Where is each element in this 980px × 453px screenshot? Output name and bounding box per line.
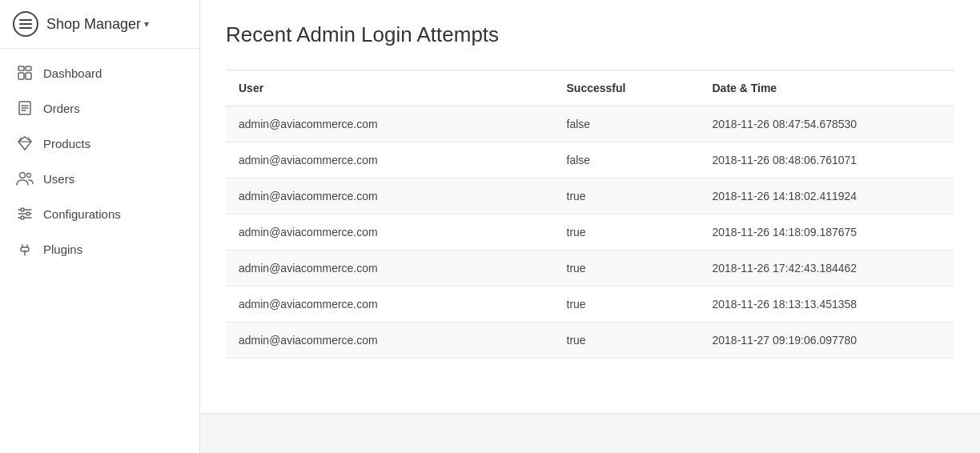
table-row: admin@aviacommerce.comtrue2018-11-26 17:… bbox=[226, 251, 954, 287]
cell-user: admin@aviacommerce.com bbox=[226, 214, 554, 251]
cell-datetime: 2018-11-26 17:42:43.184462 bbox=[700, 251, 955, 287]
cell-successful: false bbox=[554, 106, 700, 142]
sidebar-nav: Dashboard Orders bbox=[0, 49, 199, 453]
sidebar-item-plugins[interactable]: Plugins bbox=[0, 231, 199, 267]
main-content: Recent Admin Login Attempts User Success… bbox=[200, 0, 980, 381]
page-title: Recent Admin Login Attempts bbox=[226, 22, 954, 47]
table-row: admin@aviacommerce.comtrue2018-11-26 14:… bbox=[226, 214, 954, 251]
users-icon bbox=[16, 170, 34, 187]
login-attempts-table: User Successful Date & Time admin@aviaco… bbox=[226, 70, 954, 359]
cell-successful: false bbox=[554, 142, 700, 178]
sidebar-item-configurations[interactable]: Configurations bbox=[0, 196, 199, 231]
svg-point-23 bbox=[21, 216, 24, 219]
cell-datetime: 2018-11-26 08:48:06.761071 bbox=[700, 142, 955, 178]
cell-user: admin@aviacommerce.com bbox=[226, 287, 554, 323]
orders-icon bbox=[16, 99, 34, 117]
table-row: admin@aviacommerce.comtrue2018-11-26 18:… bbox=[226, 287, 954, 323]
svg-point-17 bbox=[27, 174, 31, 178]
cell-user: admin@aviacommerce.com bbox=[226, 323, 554, 359]
svg-point-21 bbox=[26, 212, 30, 215]
svg-rect-4 bbox=[18, 66, 24, 70]
cell-successful: true bbox=[554, 251, 700, 287]
table-row: admin@aviacommerce.comfalse2018-11-26 08… bbox=[226, 106, 954, 142]
table-row: admin@aviacommerce.comtrue2018-11-26 14:… bbox=[226, 178, 954, 214]
sidebar-item-products-label: Products bbox=[43, 137, 90, 150]
shop-manager-icon bbox=[13, 11, 38, 37]
sidebar-item-users[interactable]: Users bbox=[0, 161, 199, 196]
sidebar-item-dashboard-label: Dashboard bbox=[43, 66, 102, 80]
col-header-successful: Successful bbox=[554, 70, 700, 106]
table-header-row: User Successful Date & Time bbox=[226, 70, 954, 106]
svg-point-16 bbox=[20, 173, 26, 178]
sidebar-item-configurations-label: Configurations bbox=[43, 207, 121, 221]
cell-user: admin@aviacommerce.com bbox=[226, 142, 554, 178]
cell-datetime: 2018-11-27 09:19:06.097780 bbox=[700, 323, 955, 359]
main-content-area: Recent Admin Login Attempts User Success… bbox=[200, 0, 980, 453]
login-attempts-table-container: User Successful Date & Time admin@aviaco… bbox=[226, 70, 954, 359]
table-row: admin@aviacommerce.comfalse2018-11-26 08… bbox=[226, 142, 954, 178]
cell-successful: true bbox=[554, 323, 700, 359]
sidebar-item-orders-label: Orders bbox=[43, 102, 80, 115]
sidebar-title: Shop Manager bbox=[46, 16, 141, 33]
sidebar-header[interactable]: Shop Manager ▾ bbox=[0, 0, 199, 49]
sidebar-item-orders[interactable]: Orders bbox=[0, 90, 199, 126]
cell-user: admin@aviacommerce.com bbox=[226, 178, 554, 214]
svg-rect-5 bbox=[26, 66, 31, 70]
products-icon bbox=[16, 134, 34, 152]
sidebar: Shop Manager ▾ Dashboard bbox=[0, 0, 200, 453]
table-row: admin@aviacommerce.comtrue2018-11-27 09:… bbox=[226, 323, 954, 359]
svg-rect-25 bbox=[21, 247, 29, 251]
cell-user: admin@aviacommerce.com bbox=[226, 106, 554, 142]
cell-datetime: 2018-11-26 14:18:09.187675 bbox=[700, 214, 955, 251]
dashboard-icon bbox=[16, 64, 34, 82]
table-header: User Successful Date & Time bbox=[226, 70, 954, 106]
sidebar-item-products[interactable]: Products bbox=[0, 126, 199, 161]
svg-point-19 bbox=[21, 208, 24, 211]
svg-rect-6 bbox=[18, 73, 24, 79]
cell-successful: true bbox=[554, 214, 700, 251]
sidebar-item-plugins-label: Plugins bbox=[43, 243, 82, 256]
svg-rect-7 bbox=[26, 73, 31, 79]
cell-datetime: 2018-11-26 18:13:13.451358 bbox=[700, 287, 955, 323]
col-header-user: User bbox=[226, 70, 554, 106]
sidebar-item-dashboard[interactable]: Dashboard bbox=[0, 55, 199, 90]
cell-user: admin@aviacommerce.com bbox=[226, 251, 554, 287]
cell-successful: true bbox=[554, 287, 700, 323]
plugins-icon bbox=[16, 240, 34, 258]
cell-datetime: 2018-11-26 14:18:02.411924 bbox=[700, 178, 955, 214]
sidebar-item-users-label: Users bbox=[43, 172, 74, 186]
bottom-bar bbox=[200, 413, 980, 453]
cell-successful: true bbox=[554, 178, 700, 214]
col-header-datetime: Date & Time bbox=[700, 70, 955, 106]
table-body: admin@aviacommerce.comfalse2018-11-26 08… bbox=[226, 106, 954, 359]
cell-datetime: 2018-11-26 08:47:54.678530 bbox=[700, 106, 955, 142]
configurations-icon bbox=[16, 205, 34, 222]
sidebar-dropdown-arrow: ▾ bbox=[144, 18, 149, 30]
